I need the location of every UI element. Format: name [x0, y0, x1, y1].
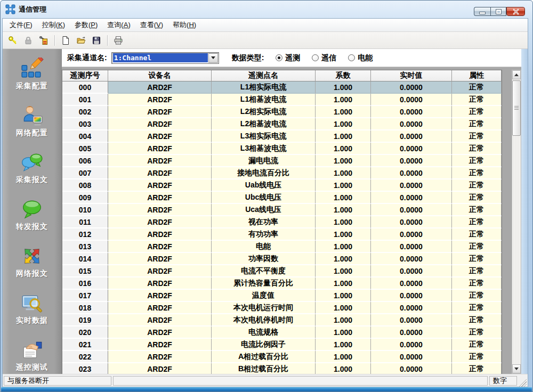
cell-index[interactable]: 012: [62, 228, 108, 241]
cell-value[interactable]: 0.0000: [371, 130, 452, 143]
table-row[interactable]: 021 ARD2F 电流比例因子 1.000 0.0000 正常: [62, 339, 502, 351]
cell-index[interactable]: 002: [62, 106, 108, 118]
cell-attr[interactable]: 正常: [452, 118, 502, 130]
table-row[interactable]: 002 ARD2F L2相实际电流 1.000 0.0000 正常: [62, 106, 502, 118]
cell-index[interactable]: 013: [62, 241, 108, 253]
column-header-device[interactable]: 设备名: [108, 70, 212, 81]
cell-attr[interactable]: 正常: [452, 351, 502, 363]
cell-value[interactable]: 0.0000: [371, 192, 452, 204]
toolbar-config-button[interactable]: [37, 34, 51, 47]
scrollbar-track[interactable]: [512, 79, 521, 364]
cell-index[interactable]: 010: [62, 204, 108, 216]
cell-point[interactable]: 视在功率: [212, 216, 316, 228]
table-row[interactable]: 009 ARD2F Ubc线电压 1.000 0.0000 正常: [62, 192, 502, 204]
cell-point[interactable]: 累计热容量百分比: [212, 277, 316, 290]
cell-attr[interactable]: 正常: [452, 106, 502, 118]
cell-device[interactable]: ARD2F: [108, 216, 212, 228]
cell-device[interactable]: ARD2F: [108, 143, 212, 155]
cell-device[interactable]: ARD2F: [108, 167, 212, 179]
cell-device[interactable]: ARD2F: [108, 339, 212, 351]
table-row[interactable]: 003 ARD2F L2相基波电流 1.000 0.0000 正常: [62, 118, 502, 130]
cell-device[interactable]: ARD2F: [108, 228, 212, 241]
cell-index[interactable]: 005: [62, 143, 108, 155]
cell-attr[interactable]: 正常: [452, 155, 502, 167]
cell-coef[interactable]: 1.000: [316, 130, 371, 143]
sidebar-item-collect-config[interactable]: 采集配置: [16, 58, 48, 91]
close-button[interactable]: [506, 7, 525, 16]
cell-coef[interactable]: 1.000: [316, 179, 371, 192]
cell-value[interactable]: 0.0000: [371, 277, 452, 290]
radio-telesignal[interactable]: 遥信: [312, 53, 336, 63]
cell-attr[interactable]: 正常: [452, 241, 502, 253]
cell-value[interactable]: 0.0000: [371, 290, 452, 302]
cell-attr[interactable]: 正常: [452, 179, 502, 192]
toolbar-print-button[interactable]: [111, 34, 125, 47]
cell-attr[interactable]: 正常: [452, 192, 502, 204]
table-row[interactable]: 001 ARD2F L1相基波电流 1.000 0.0000 正常: [62, 94, 502, 106]
cell-point[interactable]: L1相实际电流: [212, 81, 316, 94]
table-row[interactable]: 020 ARD2F 电流规格 1.000 0.0000 正常: [62, 326, 502, 339]
cell-coef[interactable]: 1.000: [316, 363, 371, 374]
cell-index[interactable]: 015: [62, 265, 108, 277]
cell-device[interactable]: ARD2F: [108, 277, 212, 290]
cell-point[interactable]: B相过载百分比: [212, 363, 316, 374]
toolbar-logout-button[interactable]: [21, 34, 35, 47]
cell-index[interactable]: 014: [62, 253, 108, 265]
cell-device[interactable]: ARD2F: [108, 94, 212, 106]
sidebar-item-realtime-data[interactable]: 实时数据: [16, 292, 48, 325]
cell-attr[interactable]: 正常: [452, 302, 502, 314]
cell-value[interactable]: 0.0000: [371, 351, 452, 363]
cell-device[interactable]: ARD2F: [108, 253, 212, 265]
cell-point[interactable]: 本次电机停机时间: [212, 314, 316, 326]
cell-index[interactable]: 018: [62, 302, 108, 314]
radio-energy[interactable]: 电能: [348, 53, 373, 63]
radio-telemetry[interactable]: 遥测: [276, 53, 300, 63]
cell-coef[interactable]: 1.000: [316, 277, 371, 290]
cell-device[interactable]: ARD2F: [108, 118, 212, 130]
cell-attr[interactable]: 正常: [452, 143, 502, 155]
column-header-value[interactable]: 实时值: [371, 70, 452, 81]
table-row[interactable]: 012 ARD2F 有功功率 1.000 0.0000 正常: [62, 228, 502, 241]
cell-coef[interactable]: 1.000: [316, 204, 371, 216]
table-row[interactable]: 022 ARD2F A相过载百分比 1.000 0.0000 正常: [62, 351, 502, 363]
table-row[interactable]: 010 ARD2F Uca线电压 1.000 0.0000 正常: [62, 204, 502, 216]
cell-point[interactable]: L3相实际电流: [212, 130, 316, 143]
table-vertical-scrollbar[interactable]: [512, 70, 521, 374]
table-row[interactable]: 005 ARD2F L3相基波电流 1.000 0.0000 正常: [62, 143, 502, 155]
scroll-up-button[interactable]: [512, 70, 521, 79]
sidebar-item-forward-message[interactable]: 转发报文: [16, 198, 48, 232]
cell-device[interactable]: ARD2F: [108, 179, 212, 192]
cell-value[interactable]: 0.0000: [371, 339, 452, 351]
cell-device[interactable]: ARD2F: [108, 106, 212, 118]
cell-value[interactable]: 0.0000: [371, 241, 452, 253]
cell-point[interactable]: 功率因数: [212, 253, 316, 265]
cell-index[interactable]: 021: [62, 339, 108, 351]
cell-index[interactable]: 017: [62, 290, 108, 302]
cell-point[interactable]: 漏电电流: [212, 155, 316, 167]
cell-coef[interactable]: 1.000: [316, 155, 371, 167]
table-row[interactable]: 000 ARD2F L1相实际电流 1.000 0.0000 正常: [62, 81, 502, 94]
cell-point[interactable]: Uca线电压: [212, 204, 316, 216]
sidebar-item-remote-test[interactable]: 遥控测试: [16, 339, 48, 372]
combo-dropdown-button[interactable]: [208, 53, 218, 63]
cell-device[interactable]: ARD2F: [108, 302, 212, 314]
cell-attr[interactable]: 正常: [452, 363, 502, 374]
cell-index[interactable]: 001: [62, 94, 108, 106]
cell-attr[interactable]: 正常: [452, 216, 502, 228]
cell-point[interactable]: A相过载百分比: [212, 351, 316, 363]
menu-item-help[interactable]: 帮助(H): [168, 19, 201, 31]
table-row[interactable]: 011 ARD2F 视在功率 1.000 0.0000 正常: [62, 216, 502, 228]
cell-value[interactable]: 0.0000: [371, 179, 452, 192]
cell-device[interactable]: ARD2F: [108, 192, 212, 204]
cell-device[interactable]: ARD2F: [108, 314, 212, 326]
scrollbar-thumb[interactable]: [512, 80, 521, 136]
cell-attr[interactable]: 正常: [452, 253, 502, 265]
cell-index[interactable]: 022: [62, 351, 108, 363]
cell-index[interactable]: 006: [62, 155, 108, 167]
cell-coef[interactable]: 1.000: [316, 94, 371, 106]
cell-point[interactable]: 温度值: [212, 290, 316, 302]
cell-device[interactable]: ARD2F: [108, 81, 212, 94]
cell-coef[interactable]: 1.000: [316, 106, 371, 118]
table-row[interactable]: 017 ARD2F 温度值 1.000 0.0000 正常: [62, 290, 502, 302]
cell-index[interactable]: 011: [62, 216, 108, 228]
